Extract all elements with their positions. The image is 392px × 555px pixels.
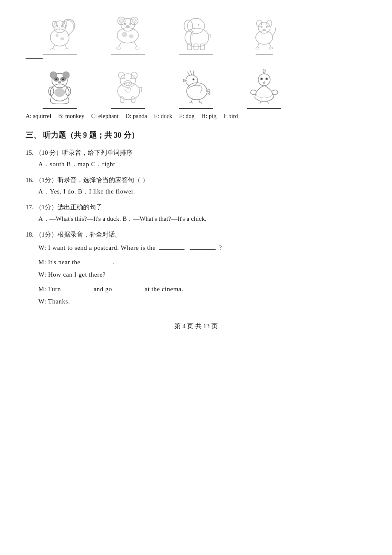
svg-point-45 <box>269 47 273 49</box>
label-h: H: pig <box>202 113 216 120</box>
svg-point-0 <box>50 29 69 46</box>
q18-line5-text: W: Thanks. <box>38 298 70 305</box>
label-e: E: duck <box>154 113 172 120</box>
svg-point-61 <box>131 72 137 79</box>
page-footer: 第 4 页 共 13 页 <box>26 322 366 330</box>
svg-point-12 <box>61 38 64 40</box>
q16-number: 16. （1分）听录音，选择恰当的应答句（ ） <box>26 176 366 184</box>
q15-options: A．south B．map C．right <box>38 160 366 168</box>
q18-line2: M: It's near the . <box>38 257 366 266</box>
panda-line <box>43 108 77 109</box>
svg-point-20 <box>130 23 132 25</box>
q18-line4-end: at the cinema. <box>145 286 184 292</box>
q18-line1: W: I want to send a postcard. Where is t… <box>38 242 366 251</box>
q18-blank5 <box>115 283 141 291</box>
svg-point-13 <box>117 28 138 43</box>
svg-rect-67 <box>120 97 124 103</box>
q18-line4-text: M: Turn <box>38 286 61 292</box>
label-b: B: monkey <box>58 113 84 120</box>
svg-line-7 <box>52 45 55 49</box>
svg-point-17 <box>119 19 124 23</box>
q16-options: A．Yes, I do. B．I like the flower. <box>38 188 366 196</box>
animal-bird <box>230 66 298 109</box>
animals-labels: A: squirrel B: monkey C: elephant D: pan… <box>26 113 366 120</box>
section3-title: 三、 听力题（共 9 题；共 30 分） <box>26 130 366 140</box>
dog-small-image <box>241 13 288 51</box>
svg-point-66 <box>130 78 132 79</box>
svg-point-57 <box>55 88 65 97</box>
q18-line1-text: W: I want to send a postcard. Where is t… <box>38 244 156 251</box>
svg-point-40 <box>266 26 268 28</box>
svg-point-31 <box>198 24 199 26</box>
q15-number: 15. （10 分）听录音，给下列单词排序 <box>26 149 366 157</box>
svg-point-36 <box>258 22 270 33</box>
monkey-image <box>104 13 151 51</box>
q18-line3: W: How can I get there? <box>38 271 366 278</box>
svg-line-25 <box>134 42 137 47</box>
dog-small-line <box>256 55 273 55</box>
svg-line-24 <box>118 42 121 47</box>
svg-point-11 <box>56 34 58 37</box>
question-18: 18. （1分）根据录音，补全对话。 W: I want to send a p… <box>26 231 366 305</box>
svg-point-63 <box>125 82 127 84</box>
q18-blank4 <box>64 283 90 291</box>
svg-point-30 <box>184 20 193 32</box>
svg-point-54 <box>58 81 61 83</box>
svg-point-18 <box>132 19 136 23</box>
q18-blank1 <box>159 242 184 250</box>
q18-blank3 <box>84 257 110 264</box>
pig-image <box>104 66 151 105</box>
animal-panda <box>26 66 94 109</box>
q18-line2-text: M: It's near the <box>38 259 81 266</box>
label-a: A: squirrel <box>26 113 51 120</box>
svg-line-42 <box>257 43 259 47</box>
q18-line4-mid: and go <box>94 286 112 292</box>
svg-line-8 <box>65 45 67 49</box>
q17-options: A．—What's this?—It's a duck. B．—What's t… <box>38 215 366 223</box>
bird-image <box>241 66 288 105</box>
monkey-line <box>111 55 145 55</box>
svg-point-53 <box>62 78 64 80</box>
svg-point-64 <box>129 82 130 84</box>
bird-line <box>247 108 281 109</box>
animal-pig <box>94 66 162 109</box>
svg-point-35 <box>256 31 273 44</box>
animal-dog-small <box>230 13 298 55</box>
animal-monkey <box>94 13 162 55</box>
q18-blank2 <box>190 242 216 250</box>
question-16: 16. （1分）听录音，选择恰当的应答句（ ） A．Yes, I do. B．I… <box>26 176 366 196</box>
svg-line-73 <box>191 99 193 103</box>
elephant-line <box>179 55 213 55</box>
q18-number: 18. （1分）根据录音，补全对话。 <box>26 231 366 239</box>
svg-point-65 <box>124 78 125 79</box>
svg-point-39 <box>261 26 262 28</box>
duck-line <box>179 108 213 109</box>
animal-duck <box>162 66 230 109</box>
svg-point-44 <box>256 47 259 49</box>
svg-point-19 <box>124 23 127 25</box>
label-c: C: elephant <box>91 113 118 120</box>
squirrel-image <box>36 13 83 51</box>
svg-point-72 <box>193 79 194 80</box>
svg-point-41 <box>263 29 265 31</box>
q18-line3-text: W: How can I get there? <box>38 271 106 278</box>
svg-point-23 <box>129 35 133 38</box>
question-17: 17. （1分）选出正确的句子 A．—What's this?—It's a d… <box>26 203 366 223</box>
svg-point-70 <box>186 75 198 86</box>
svg-point-78 <box>261 78 262 79</box>
q18-line1-end: ? <box>219 244 222 251</box>
label-d: D: panda <box>125 113 147 120</box>
animal-squirrel <box>26 13 94 55</box>
q18-line2-end: . <box>113 259 115 266</box>
duck-image <box>173 66 219 105</box>
animals-row-1 <box>26 13 366 55</box>
q18-line5: W: Thanks. <box>38 298 366 305</box>
svg-point-22 <box>122 32 127 37</box>
elephant-image <box>173 13 219 51</box>
q18-line4: M: Turn and go at the cinema. <box>38 283 366 293</box>
question-15: 15. （10 分）听录音，给下列单词排序 A．south B．map C．ri… <box>26 149 366 168</box>
q17-number: 17. （1分）选出正确的句子 <box>26 203 366 211</box>
label-i: I: bird <box>223 113 238 120</box>
pig-line <box>111 108 145 109</box>
panda-image <box>36 66 83 105</box>
